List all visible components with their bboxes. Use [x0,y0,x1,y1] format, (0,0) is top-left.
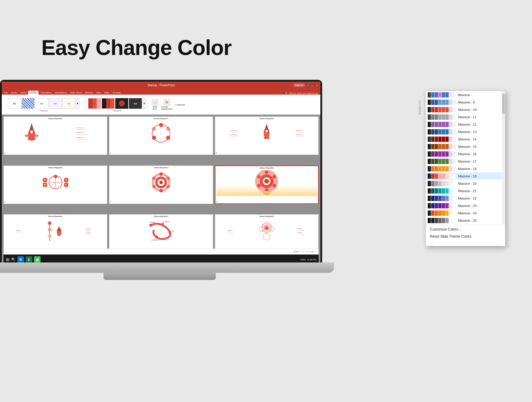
theme-thumb-2[interactable] [22,98,35,109]
theme-thumb-3[interactable]: Aa [35,98,48,109]
themes-dropdown-panel: Massive -Massive - 9Massive - 10Massive … [426,91,505,246]
slide-thumb-12[interactable]: Startup Infographics Subtitle Lorem ipsu… [215,214,319,253]
svg-rect-16 [264,137,266,139]
svg-rect-2 [28,138,31,140]
theme-row-massive---11[interactable]: Massive - 11 [426,113,502,121]
svg-point-32 [152,176,156,180]
svg-text:🚀: 🚀 [265,179,268,182]
theme-row-massive---18[interactable]: Massive - 18 [426,165,502,172]
svg-rect-17 [267,137,270,139]
scrollbar-thumb[interactable] [502,93,505,114]
theme-row-massive---22[interactable]: Massive - 22 [426,194,502,202]
slide-thumb-4[interactable]: Startup Infographics Subtitle here Lorem… [215,116,319,155]
format-background-button[interactable]: 🎨 FormatBackground [160,98,173,111]
slide-thumb-7[interactable]: Startup Infographics [109,166,213,204]
themes-scrollbar[interactable] [502,91,505,224]
svg-point-27 [159,172,163,176]
theme-row-massive--[interactable]: Massive - [426,91,502,98]
tab-acrobat[interactable]: Acrobat [111,91,122,95]
variant-3[interactable] [115,98,128,109]
svg-text:4 STAGE: 4 STAGE [151,239,158,241]
tab-view[interactable]: View [95,91,103,95]
tab-file[interactable]: File [2,91,9,95]
taskbar-icon-3[interactable]: 📁 [34,256,40,263]
sign-in-button[interactable]: Sign in [293,83,305,87]
page-title: Easy Change Color [41,35,231,60]
theme-row-massive---21[interactable]: Massive - 21 [426,187,502,194]
svg-point-49 [48,234,51,238]
ribbon-tabs-bar: File Home Insert Design Transitions Anim… [2,89,320,95]
slide-thumb-11[interactable]: Startup Infographics [109,214,213,253]
share-button[interactable]: 👤Share [307,83,318,86]
reset-theme-action[interactable]: Reset Slide Theme Colors [426,233,505,240]
theme-row-massive---24[interactable]: Massive - 24 [426,209,502,217]
slide-thumb-2[interactable]: Startup Infographics [4,116,107,155]
slide-thumb-3[interactable]: Startup Infographics ● [109,116,213,155]
taskbar-windows-icon[interactable]: ⊞ [6,257,9,262]
svg-text:2 STAGE: 2 STAGE [163,221,169,223]
customize-button[interactable]: Customize [174,103,186,106]
themes-list: Massive -Massive - 9Massive - 10Massive … [426,91,505,224]
laptop-stand [103,273,216,280]
variant-2[interactable] [102,98,115,109]
variant-scroll[interactable]: ▼ [142,98,146,109]
theme-row-massive---19[interactable]: Massive - 19 [426,172,502,180]
laptop-screen: Startup - PowerPoint Sign in ─ □ ✕ File … [0,80,322,265]
svg-point-45 [48,221,51,225]
customize-section: ⬜ SlideSize 🎨 FormatBackground Customize [149,95,188,114]
variant-4[interactable]: Aa [129,98,142,109]
status-bar: 125% ──────●── [4,249,319,255]
variants-label: Variants [113,109,121,112]
taskbar-search-icon[interactable]: 🔍 [11,257,16,262]
theme-thumb-4[interactable]: Aa [49,98,62,109]
tab-review[interactable]: Review [84,91,94,95]
svg-point-53 [149,224,152,227]
slide-number-3: 3 [110,152,111,154]
tab-animations[interactable]: Animations [53,91,68,95]
theme-row-massive---20[interactable]: Massive - 20 [426,180,502,187]
customize-colors-action[interactable]: Customize Colors... [426,226,505,233]
taskbar-time: 6:16 PM [307,258,316,261]
theme-row-massive---17[interactable]: Massive - 17 [426,158,502,165]
variant-1[interactable] [88,98,101,109]
svg-point-12 [152,127,156,131]
taskbar-icon-1[interactable]: W [17,256,24,263]
themes-label: Themes [39,109,48,112]
theme-thumb-1[interactable]: Aa [8,98,21,109]
theme-row-massive---12[interactable]: Massive - 12 [426,121,502,128]
zoom-slider[interactable]: ──────●── [301,250,316,253]
theme-row-massive---13[interactable]: Massive - 13 [426,128,502,135]
svg-rect-3 [32,138,35,140]
theme-row-massive---9[interactable]: Massive - 9 [426,98,502,106]
theme-row-massive---25[interactable]: Massive - 25 [426,217,502,224]
theme-row-massive---23[interactable]: Massive - 23 [426,202,502,209]
taskbar-icon-2[interactable]: E [26,256,32,263]
svg-point-8 [159,123,163,127]
svg-point-56 [155,236,158,239]
tell-me-input[interactable]: 🔍 Tell me what you want to do [285,92,318,95]
svg-text:1 STAGE: 1 STAGE [149,221,155,223]
themes-section: Aa Aa Aa Aa ▼ Themes [3,95,86,114]
tab-help[interactable]: Help [103,91,111,95]
theme-row-massive---10[interactable]: Massive - 10 [426,106,502,113]
tab-insert[interactable]: Insert [19,91,28,95]
theme-row-massive---15[interactable]: Massive - 15 [426,143,502,150]
slide-size-button[interactable]: ⬜ SlideSize [150,98,159,111]
slide-thumb-8[interactable]: Startup Infographics [215,166,319,204]
variants-section: Aa ▼ Variants [86,95,148,114]
svg-point-41 [257,175,261,179]
tab-design[interactable]: Design [28,91,38,95]
theme-thumb-5[interactable]: Aa [62,98,75,109]
svg-point-11 [166,127,170,131]
theme-row-massive---14[interactable]: Massive - 14 [426,135,502,143]
tab-transitions[interactable]: Transitions [39,91,53,95]
tab-home[interactable]: Home [9,91,19,95]
svg-marker-66 [263,233,270,240]
svg-marker-52 [57,226,61,231]
slide-thumb-10[interactable]: Startup Infographics Subtitle Lorem text [4,214,107,253]
powerpoint-window: Startup - PowerPoint Sign in ─ □ ✕ File … [2,82,320,265]
slide-thumb-6[interactable]: Startup Infographics D B [4,166,107,204]
theme-scroll-down[interactable]: ▼ [76,98,80,109]
theme-row-massive---16[interactable]: Massive - 16 [426,150,502,158]
tab-slideshow[interactable]: Slide Show [69,91,83,95]
